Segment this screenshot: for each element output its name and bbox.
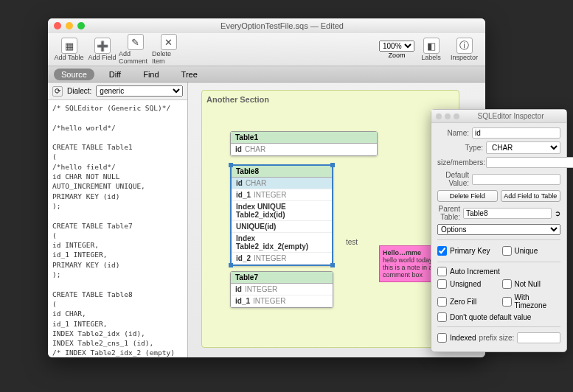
comment-icon: ✎ (128, 34, 144, 50)
window-title: EveryOptionTestFile.sqs — Edited (85, 21, 479, 30)
field-row[interactable]: id_2INTEGER (232, 253, 332, 265)
inspector-button[interactable]: ⓘInspector (448, 38, 481, 61)
resize-handle[interactable] (229, 263, 233, 267)
inspector-title: SQLEditor Inspector (459, 112, 562, 120)
zero-fill-checkbox[interactable] (437, 297, 447, 307)
parent-table-field[interactable] (463, 208, 552, 219)
add-field-to-table-button[interactable]: Add Field to Table (501, 190, 561, 202)
with-timezone-checkbox[interactable] (502, 297, 512, 307)
options-select[interactable]: Options (437, 224, 560, 235)
tab-diff[interactable]: Diff (102, 69, 128, 80)
indexed-checkbox[interactable] (437, 333, 447, 343)
zoom-icon[interactable] (77, 22, 85, 29)
not-null-checkbox[interactable] (502, 279, 512, 289)
add-comment-button[interactable]: ✎Add Comment (119, 34, 152, 65)
table-table8[interactable]: Table8 idCHAR id_1INTEGER Index UNIQUE T… (230, 164, 333, 266)
table-table7[interactable]: Table7 idINTEGER id_1INTEGER (230, 271, 333, 308)
tab-source[interactable]: Source (54, 69, 94, 80)
field-row[interactable]: id_1INTEGER (231, 295, 333, 307)
reload-icon[interactable]: ⟳ (52, 86, 63, 97)
view-tabs: Source Diff Find Tree (48, 66, 485, 83)
dont-quote-checkbox[interactable] (437, 312, 447, 322)
field-icon: ➕ (94, 38, 111, 54)
titlebar: EveryOptionTestFile.sqs — Edited (48, 18, 485, 33)
zoom-select[interactable]: 100% (379, 41, 414, 52)
labels-icon: ◧ (423, 38, 440, 54)
resize-handle[interactable] (330, 163, 335, 167)
inspector-panel: SQLEditor Inspector Name: Type:CHAR size… (431, 109, 567, 352)
labels-button[interactable]: ◧Labels (414, 38, 448, 61)
field-row[interactable]: id_1INTEGER (232, 189, 332, 201)
goto-icon[interactable]: ➲ (555, 209, 560, 217)
primary-key-checkbox[interactable] (437, 246, 447, 256)
dialect-select[interactable]: generic (96, 85, 183, 97)
close-icon[interactable] (436, 113, 442, 119)
resize-handle[interactable] (229, 163, 233, 167)
table-table1[interactable]: Table1 idCHAR (230, 131, 378, 156)
tab-find[interactable]: Find (136, 69, 166, 80)
unsigned-checkbox[interactable] (437, 279, 447, 289)
toolbar: ▦Add Table ➕Add Field ✎Add Comment ✕Dele… (48, 33, 485, 66)
table-icon: ▦ (61, 38, 77, 54)
auto-increment-checkbox[interactable] (437, 267, 447, 276)
minimize-icon[interactable] (445, 113, 451, 119)
field-row[interactable]: UNIQUE(id) (232, 221, 332, 233)
tab-tree[interactable]: Tree (174, 69, 205, 80)
add-field-button[interactable]: ➕Add Field (86, 38, 119, 61)
main-window: EveryOptionTestFile.sqs — Edited ▦Add Ta… (48, 18, 485, 357)
connector-label: test (346, 238, 358, 246)
table-header: Table7 (231, 272, 333, 284)
inspector-icon: ⓘ (456, 38, 473, 54)
source-panel: ⟳ Dialect: generic /* SQLEditor (Generic… (48, 83, 188, 357)
field-row[interactable]: Index Table2_idx_2(empty) (232, 233, 332, 253)
section-title: Another Section (206, 95, 454, 104)
resize-handle[interactable] (330, 263, 335, 267)
size-field[interactable] (486, 157, 573, 168)
close-icon[interactable] (54, 22, 61, 29)
dialect-label: Dialect: (67, 87, 91, 95)
field-row[interactable]: idINTEGER (231, 284, 333, 295)
zoom-control[interactable]: 100% Zoom (379, 41, 414, 59)
zoom-icon[interactable] (454, 113, 459, 119)
section-box[interactable]: Another Section Table1 idCHAR Table8 idC… (201, 90, 459, 348)
delete-icon: ✕ (161, 34, 177, 50)
prefix-size-field[interactable] (517, 332, 560, 343)
minimize-icon[interactable] (66, 22, 73, 29)
sql-source[interactable]: /* SQLEditor (Generic SQL)*/ /*hello wor… (48, 100, 187, 357)
table-header: Table8 (232, 166, 332, 178)
name-field[interactable] (472, 127, 560, 139)
type-select[interactable]: CHAR (486, 141, 560, 154)
field-row-selected[interactable]: idCHAR (232, 178, 332, 189)
delete-item-button[interactable]: ✕Delete Item (152, 34, 185, 65)
table-header: Table1 (231, 132, 377, 144)
add-table-button[interactable]: ▦Add Table (52, 38, 86, 61)
field-row[interactable]: Index UNIQUE Table2_idx(id) (232, 201, 332, 221)
default-field[interactable] (472, 174, 560, 185)
delete-field-button[interactable]: Delete Field (437, 190, 498, 202)
unique-checkbox[interactable] (502, 246, 512, 256)
